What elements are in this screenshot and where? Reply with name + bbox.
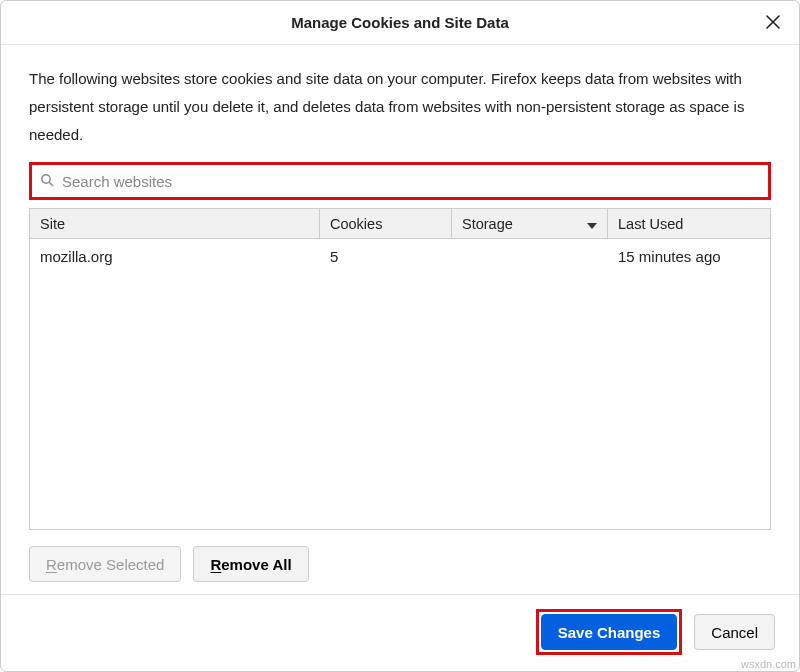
remove-selected-rest: emove Selected — [57, 556, 165, 573]
search-input[interactable] — [60, 172, 760, 191]
close-button[interactable] — [761, 11, 785, 35]
dialog-body: The following websites store cookies and… — [1, 45, 799, 594]
search-icon — [40, 173, 54, 190]
remove-selected-accel: R — [46, 556, 57, 573]
bulk-actions: Remove Selected Remove All — [29, 530, 771, 594]
close-icon — [766, 15, 780, 32]
table-header: Site Cookies Storage Last Used — [30, 209, 770, 239]
table-row[interactable]: mozilla.org 5 15 minutes ago — [30, 239, 770, 273]
column-header-site[interactable]: Site — [30, 209, 320, 238]
search-highlight — [29, 162, 771, 200]
dialog-title: Manage Cookies and Site Data — [291, 14, 509, 31]
dialog-titlebar: Manage Cookies and Site Data — [1, 1, 799, 45]
save-highlight: Save Changes — [536, 609, 683, 655]
svg-line-1 — [49, 182, 52, 185]
cell-site: mozilla.org — [30, 248, 320, 265]
table-body: mozilla.org 5 15 minutes ago — [30, 239, 770, 529]
watermark: wsxdn.com — [741, 658, 796, 670]
remove-all-button[interactable]: Remove All — [193, 546, 308, 582]
column-header-cookies[interactable]: Cookies — [320, 209, 452, 238]
save-changes-button[interactable]: Save Changes — [541, 614, 678, 650]
dialog-footer: Save Changes Cancel — [1, 594, 799, 671]
cell-last-used: 15 minutes ago — [608, 248, 770, 265]
remove-selected-button[interactable]: Remove Selected — [29, 546, 181, 582]
column-header-storage[interactable]: Storage — [452, 209, 608, 238]
cell-cookies: 5 — [320, 248, 452, 265]
remove-all-label: Remove All — [210, 556, 291, 573]
manage-cookies-dialog: Manage Cookies and Site Data The followi… — [0, 0, 800, 672]
sort-descending-icon — [587, 216, 597, 232]
sites-table: Site Cookies Storage Last Used mozilla.o… — [29, 208, 771, 530]
cancel-button[interactable]: Cancel — [694, 614, 775, 650]
column-header-storage-label: Storage — [462, 216, 513, 232]
search-field[interactable] — [34, 167, 766, 195]
dialog-description: The following websites store cookies and… — [29, 65, 771, 148]
column-header-last-used[interactable]: Last Used — [608, 209, 770, 238]
